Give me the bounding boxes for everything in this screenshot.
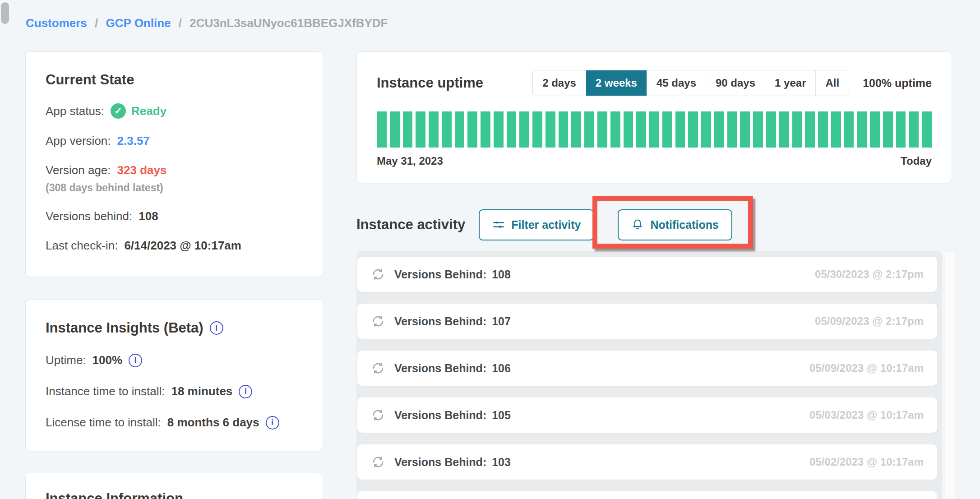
instance-insights-title: Instance Insights (Beta) xyxy=(46,320,203,336)
range-button-2-weeks[interactable]: 2 weeks xyxy=(586,70,647,96)
breadcrumb-link-customers[interactable]: Customers xyxy=(26,16,87,30)
uptime-bar xyxy=(857,111,867,148)
range-button-1-year[interactable]: 1 year xyxy=(765,70,815,96)
uptime-end-date-label: Today xyxy=(901,155,932,167)
app-status-label: App status: xyxy=(46,104,104,118)
instance-insights-card: Instance Insights (Beta) i Uptime: 100% … xyxy=(25,300,323,451)
uptime-bar xyxy=(429,111,439,148)
app-status-row: App status: ✓ Ready xyxy=(46,103,303,119)
uptime-bar xyxy=(481,111,490,148)
uptime-bar xyxy=(507,111,517,148)
refresh-icon xyxy=(371,267,385,282)
bell-icon xyxy=(631,218,644,231)
range-button-2-days[interactable]: 2 days xyxy=(533,70,586,96)
breadcrumb-current-instance-id: 2CU3nL3saUNyoc61BBEGJXfBYDF xyxy=(190,16,388,30)
uptime-bar xyxy=(896,111,906,148)
uptime-bar xyxy=(649,111,659,148)
range-button-90-days[interactable]: 90 days xyxy=(706,70,765,96)
breadcrumb-link-app[interactable]: GCP Online xyxy=(106,16,171,30)
version-age-value: 323 days xyxy=(117,163,167,177)
activity-row[interactable]: Versions Behind:10805/30/2023 @ 2:17pm xyxy=(357,257,937,292)
activity-scrollbar-thumb[interactable] xyxy=(1,2,9,24)
uptime-bar xyxy=(883,111,893,148)
info-icon[interactable]: i xyxy=(266,416,279,430)
app-version-value[interactable]: 2.3.57 xyxy=(117,134,150,148)
activity-row-label: Versions Behind: xyxy=(394,315,486,328)
uptime-bar xyxy=(818,111,828,148)
instance-activity-list: Versions Behind:10805/30/2023 @ 2:17pmVe… xyxy=(356,251,942,499)
uptime-bar xyxy=(662,111,672,148)
uptime-bar xyxy=(390,111,400,148)
versions-behind-label: Versions behind: xyxy=(46,209,132,223)
uptime-bar xyxy=(584,111,594,148)
range-button-45-days[interactable]: 45 days xyxy=(647,70,706,96)
activity-row-label: Versions Behind: xyxy=(394,362,486,375)
version-age-row: Version age: 323 days (308 days behind l… xyxy=(46,163,303,194)
activity-row[interactable]: Versions Behind:10605/09/2023 @ 10:17am xyxy=(357,351,937,386)
refresh-icon xyxy=(371,361,385,375)
sliders-icon xyxy=(492,218,505,231)
activity-row-timestamp: 05/30/2023 @ 2:17pm xyxy=(815,268,924,281)
activity-scrollbar-track[interactable] xyxy=(945,252,956,499)
uptime-bar xyxy=(766,111,776,148)
filter-activity-button[interactable]: Filter activity xyxy=(479,209,594,240)
uptime-bar xyxy=(805,111,815,148)
uptime-bar xyxy=(559,111,569,148)
versions-behind-row: Versions behind: 108 xyxy=(46,209,303,223)
refresh-icon xyxy=(371,455,385,469)
refresh-icon xyxy=(371,314,385,328)
uptime-bar xyxy=(624,111,633,148)
current-state-title: Current State xyxy=(46,72,303,88)
activity-row-value: 105 xyxy=(492,409,511,422)
notifications-button-wrapper: Notifications xyxy=(618,209,732,240)
versions-behind-value: 108 xyxy=(139,209,158,223)
uptime-bar xyxy=(688,111,698,148)
activity-row-timestamp: 05/09/2023 @ 10:17am xyxy=(809,362,924,374)
instance-dashboard-page: Customers / GCP Online / 2CU3nL3saUNyoc6… xyxy=(0,0,980,499)
instance-information-title: Instance Information xyxy=(46,490,303,499)
activity-row-label: Versions Behind: xyxy=(394,456,486,469)
activity-row-value: 103 xyxy=(492,456,511,469)
activity-row-timestamp: 05/03/2023 @ 10:17am xyxy=(809,409,924,421)
activity-row-timestamp: 05/09/2023 @ 2:17pm xyxy=(815,315,924,328)
info-icon[interactable]: i xyxy=(239,385,252,398)
uptime-bar xyxy=(675,111,685,148)
instance-install-label: Instance time to install: xyxy=(46,384,165,398)
activity-row[interactable]: Versions Behind:10305/02/2023 @ 10:17am xyxy=(357,444,937,480)
breadcrumb-separator: / xyxy=(95,16,98,30)
last-checkin-label: Last check-in: xyxy=(46,239,118,253)
activity-row-value: 106 xyxy=(492,362,511,375)
activity-row[interactable]: Versions Behind:10505/03/2023 @ 10:17am xyxy=(357,397,937,433)
uptime-bar xyxy=(831,111,841,148)
instance-install-row: Instance time to install: 18 minutes i xyxy=(46,384,303,398)
range-button-all[interactable]: All xyxy=(815,70,849,96)
info-icon[interactable]: i xyxy=(210,321,223,335)
uptime-bar xyxy=(416,111,425,148)
uptime-bar xyxy=(455,111,465,148)
last-checkin-row: Last check-in: 6/14/2023 @ 10:17am xyxy=(46,239,303,253)
activity-row-label: Versions Behind: xyxy=(394,409,486,422)
uptime-bar xyxy=(740,111,750,148)
uptime-bar xyxy=(403,111,413,148)
uptime-bar xyxy=(377,111,387,148)
activity-row-partial[interactable] xyxy=(357,491,937,499)
instance-activity-header: Instance activity Filter activity Notifi… xyxy=(356,205,952,244)
uptime-bar xyxy=(636,111,646,148)
notifications-button[interactable]: Notifications xyxy=(618,209,732,240)
activity-row-timestamp: 05/02/2023 @ 10:17am xyxy=(809,456,924,468)
uptime-percent-label: 100% uptime xyxy=(863,77,932,90)
uptime-bar xyxy=(571,111,581,148)
activity-row[interactable]: Versions Behind:10705/09/2023 @ 2:17pm xyxy=(357,304,937,339)
filter-activity-label: Filter activity xyxy=(511,218,581,231)
check-circle-icon: ✓ xyxy=(111,103,126,119)
notifications-label: Notifications xyxy=(650,218,718,231)
breadcrumb: Customers / GCP Online / 2CU3nL3saUNyoc6… xyxy=(26,16,388,30)
uptime-bar xyxy=(610,111,620,148)
uptime-range-group: 2 days 2 weeks 45 days 90 days 1 year Al… xyxy=(532,70,849,96)
uptime-bar xyxy=(467,111,477,148)
uptime-bar xyxy=(714,111,724,148)
instance-activity-title: Instance activity xyxy=(356,217,465,233)
info-icon[interactable]: i xyxy=(129,354,142,367)
license-install-label: License time to install: xyxy=(46,416,161,430)
uptime-bar xyxy=(519,111,529,148)
